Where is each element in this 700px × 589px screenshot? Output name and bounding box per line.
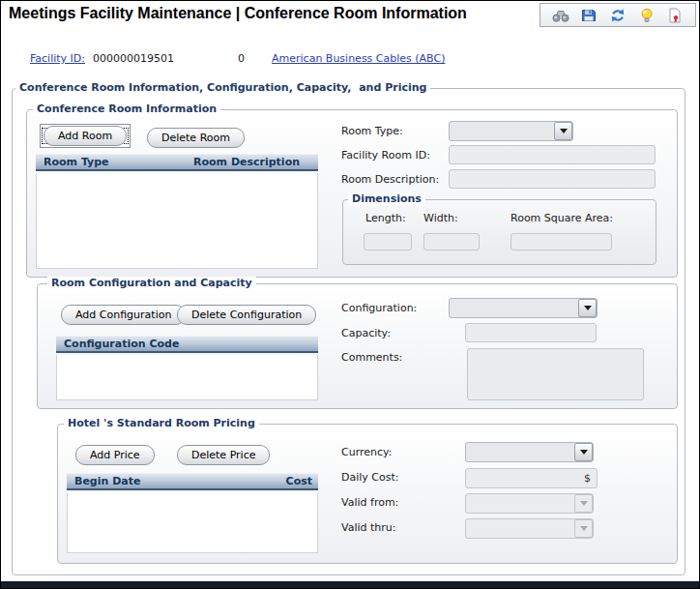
valid-thru-datepicker[interactable] xyxy=(465,518,594,539)
comments-textarea[interactable] xyxy=(467,348,644,400)
currency-combobox[interactable] xyxy=(465,442,594,462)
facility-secondary-value: 0 xyxy=(238,52,245,65)
room-square-area-label: Room Square Area: xyxy=(510,212,613,224)
conference-room-window: Meetings Facility Maintenance | Conferen… xyxy=(0,0,700,589)
valid-from-label: Valid from: xyxy=(341,496,398,509)
room-type-dropdown-arrow-icon[interactable] xyxy=(554,122,572,140)
configuration-list-header: Configuration Code xyxy=(56,336,318,353)
add-room-button[interactable]: Add Room xyxy=(44,126,127,146)
report-icon[interactable] xyxy=(666,7,684,24)
page-title: Meetings Facility Maintenance | Conferen… xyxy=(9,5,467,22)
valid-from-dropdown-arrow-icon[interactable] xyxy=(574,494,593,513)
find-binoculars-icon[interactable] xyxy=(552,7,569,24)
facility-room-id-label: Facility Room ID: xyxy=(341,149,430,162)
config-capacity-title: Room Configuration and Capacity xyxy=(47,277,256,290)
save-icon[interactable] xyxy=(580,7,598,24)
daily-cost-input[interactable]: $ xyxy=(465,468,598,488)
outer-groupbox-title: Conference Room Information, Configurati… xyxy=(15,81,430,95)
price-list-header: Begin Date Cost xyxy=(67,473,318,490)
toolbar xyxy=(540,3,696,27)
add-room-focus-ring: Add Room xyxy=(40,124,131,148)
facility-id-link[interactable]: Facility ID: xyxy=(30,52,85,65)
room-info-title: Conference Room Information xyxy=(33,103,220,116)
daily-cost-label: Daily Cost: xyxy=(341,471,399,484)
room-type-combobox[interactable] xyxy=(449,121,573,141)
hint-lightbulb-icon[interactable] xyxy=(638,7,656,24)
add-price-button[interactable]: Add Price xyxy=(75,445,155,465)
add-configuration-button[interactable]: Add Configuration xyxy=(61,305,186,325)
room-description-input[interactable] xyxy=(449,169,656,189)
room-type-column-header[interactable]: Room Type xyxy=(36,156,186,168)
cost-column-header[interactable]: Cost xyxy=(278,475,318,487)
configuration-code-column-header[interactable]: Configuration Code xyxy=(56,338,187,350)
valid-thru-dropdown-arrow-icon[interactable] xyxy=(574,519,593,538)
room-list-body[interactable] xyxy=(36,173,318,269)
facility-id-value: 000000019501 xyxy=(93,52,174,65)
facility-room-id-input[interactable] xyxy=(449,145,656,164)
delete-configuration-button[interactable]: Delete Configuration xyxy=(177,305,316,325)
delete-room-button[interactable]: Delete Room xyxy=(147,128,245,148)
delete-price-button[interactable]: Delete Price xyxy=(177,445,270,465)
room-description-label: Room Description: xyxy=(341,173,439,186)
facility-name-link[interactable]: American Business Cables (ABC) xyxy=(272,52,445,65)
valid-thru-label: Valid thru: xyxy=(341,521,396,534)
length-input[interactable] xyxy=(364,233,412,250)
facility-row: Facility ID: 000000019501 0 American Bus… xyxy=(1,52,700,68)
window-bottom-edge xyxy=(1,581,699,588)
room-list-header: Room Type Room Description xyxy=(36,154,318,171)
configuration-combobox[interactable] xyxy=(449,298,598,318)
currency-dropdown-arrow-icon[interactable] xyxy=(574,443,593,461)
width-input[interactable] xyxy=(423,233,480,250)
price-list-body[interactable] xyxy=(67,492,318,553)
room-square-area-input[interactable] xyxy=(510,233,612,250)
room-type-label: Room Type: xyxy=(341,125,403,137)
dimensions-title: Dimensions xyxy=(348,192,425,206)
width-label: Width: xyxy=(423,212,458,224)
configuration-label: Configuration: xyxy=(341,302,417,314)
capacity-label: Capacity: xyxy=(341,327,391,339)
room-description-column-header[interactable]: Room Description xyxy=(186,156,307,168)
pricing-title: Hotel 's Standard Room Pricing xyxy=(64,417,259,430)
configuration-list-body[interactable] xyxy=(56,355,318,400)
capacity-input[interactable] xyxy=(465,323,597,342)
currency-label: Currency: xyxy=(341,446,392,458)
length-label: Length: xyxy=(365,212,406,224)
dimensions-groupbox: Dimensions xyxy=(342,199,656,265)
begin-date-column-header[interactable]: Begin Date xyxy=(67,475,148,487)
daily-cost-currency-suffix: $ xyxy=(584,472,593,485)
refresh-icon[interactable] xyxy=(609,7,627,24)
comments-label: Comments: xyxy=(341,351,402,364)
configuration-dropdown-arrow-icon[interactable] xyxy=(578,299,597,317)
valid-from-datepicker[interactable] xyxy=(465,493,594,514)
